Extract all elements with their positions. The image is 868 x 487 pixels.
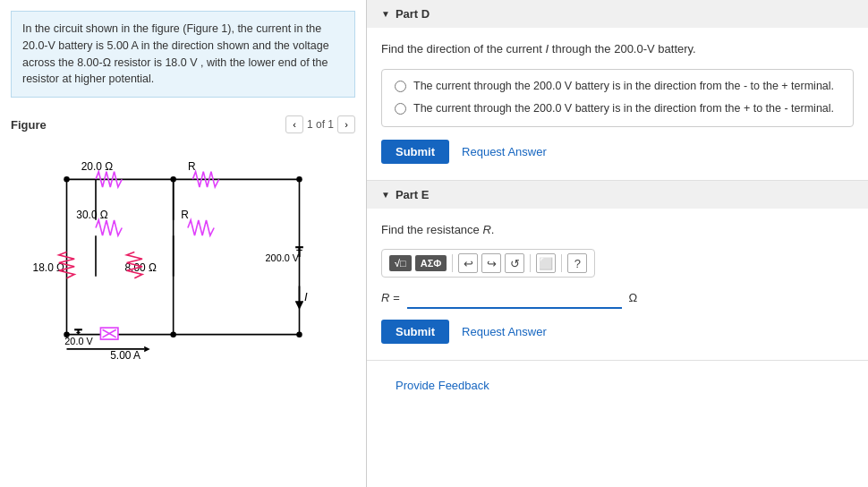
sqrt-btn[interactable]: √□ (389, 255, 412, 271)
input-unit: Ω (629, 291, 638, 304)
part-e-body: Find the resistance R. √□ ΑΣΦ ↩ ↪ ↺ ⬜ ? … (367, 209, 868, 361)
resistance-input[interactable] (407, 286, 622, 309)
radio-option-1: The current through the 200.0 V battery … (395, 79, 840, 95)
svg-text:5.00 A: 5.00 A (110, 349, 140, 362)
part-e-question: Find the resistance R. (381, 221, 854, 239)
toolbar-separator-3 (561, 254, 562, 272)
svg-text:I: I (304, 290, 308, 303)
provide-feedback-link[interactable]: Provide Feedback (381, 370, 504, 401)
toolbar-separator-2 (530, 254, 531, 272)
svg-text:200.0 V: 200.0 V (266, 252, 300, 263)
radio-d-option1-label: The current through the 200.0 V battery … (413, 79, 834, 95)
redo-btn[interactable]: ↪ (481, 253, 501, 273)
figure-section: Figure ‹ 1 of 1 › 20.0 Ω R (0, 108, 366, 487)
reset-btn[interactable]: ↺ (505, 253, 524, 273)
math-toolbar: √□ ΑΣΦ ↩ ↪ ↺ ⬜ ? (381, 249, 595, 278)
svg-text:R: R (188, 160, 196, 173)
part-e-arrow: ▼ (381, 190, 390, 200)
svg-point-35 (170, 331, 176, 337)
part-e-btn-row: Submit Request Answer (381, 320, 854, 344)
toolbar-separator (452, 254, 453, 272)
radio-d-option2[interactable] (395, 103, 406, 115)
input-label: R = (381, 291, 400, 304)
keyboard-btn[interactable]: ⬜ (536, 253, 556, 273)
part-d-request-answer[interactable]: Request Answer (462, 145, 547, 158)
svg-marker-30 (144, 346, 150, 353)
svg-text:20.0 Ω: 20.0 Ω (81, 160, 113, 173)
radio-d-option1[interactable] (395, 81, 406, 92)
prev-figure-btn[interactable]: ‹ (285, 115, 303, 133)
figure-title: Figure (11, 118, 47, 132)
part-e-label: Part E (396, 188, 430, 201)
next-figure-btn[interactable]: › (337, 115, 355, 133)
part-d-arrow: ▼ (381, 9, 390, 19)
help-btn[interactable]: ? (567, 253, 587, 273)
problem-text: In the circuit shown in the figure (Figu… (11, 11, 355, 98)
figure-header: Figure ‹ 1 of 1 › (11, 115, 355, 133)
part-d-section: ▼ Part D Find the direction of the curre… (367, 0, 868, 181)
svg-point-34 (64, 331, 70, 337)
radio-d-option2-label: The current through the 200.0 V battery … (413, 101, 834, 117)
svg-point-31 (64, 176, 70, 183)
part-d-submit-btn[interactable]: Submit (381, 140, 449, 164)
undo-btn[interactable]: ↩ (458, 253, 478, 273)
svg-point-36 (296, 331, 302, 337)
part-d-header[interactable]: ▼ Part D (367, 0, 868, 28)
part-d-btn-row: Submit Request Answer (381, 140, 854, 164)
part-d-options: The current through the 200.0 V battery … (381, 69, 854, 127)
svg-point-33 (296, 176, 302, 183)
part-e-request-answer[interactable]: Request Answer (462, 325, 547, 338)
svg-point-32 (170, 176, 176, 183)
circuit-diagram: 20.0 Ω R 30.0 Ω R 18.0 Ω (11, 141, 355, 373)
part-e-input-row: R = Ω (381, 286, 854, 309)
part-e-submit-btn[interactable]: Submit (381, 320, 449, 344)
part-d-question: Find the direction of the current I thro… (381, 40, 854, 58)
right-panel: ▼ Part D Find the direction of the curre… (367, 0, 868, 487)
alpha-btn[interactable]: ΑΣΦ (415, 255, 447, 271)
figure-page-indicator: 1 of 1 (307, 118, 334, 131)
part-e-section: ▼ Part E Find the resistance R. √□ ΑΣΦ ↩… (367, 181, 868, 362)
figure-nav: ‹ 1 of 1 › (285, 115, 355, 133)
svg-text:R: R (181, 209, 189, 221)
radio-option-2: The current through the 200.0 V battery … (395, 101, 840, 117)
svg-text:30.0 Ω: 30.0 Ω (76, 209, 107, 221)
part-e-header[interactable]: ▼ Part E (367, 181, 868, 209)
part-d-label: Part D (396, 7, 430, 21)
feedback-section: Provide Feedback (367, 361, 868, 410)
problem-description: In the circuit shown in the figure (Figu… (22, 22, 329, 85)
left-panel: In the circuit shown in the figure (Figu… (0, 0, 367, 487)
svg-text:20.0 V: 20.0 V (64, 336, 93, 346)
part-d-body: Find the direction of the current I thro… (367, 28, 868, 180)
